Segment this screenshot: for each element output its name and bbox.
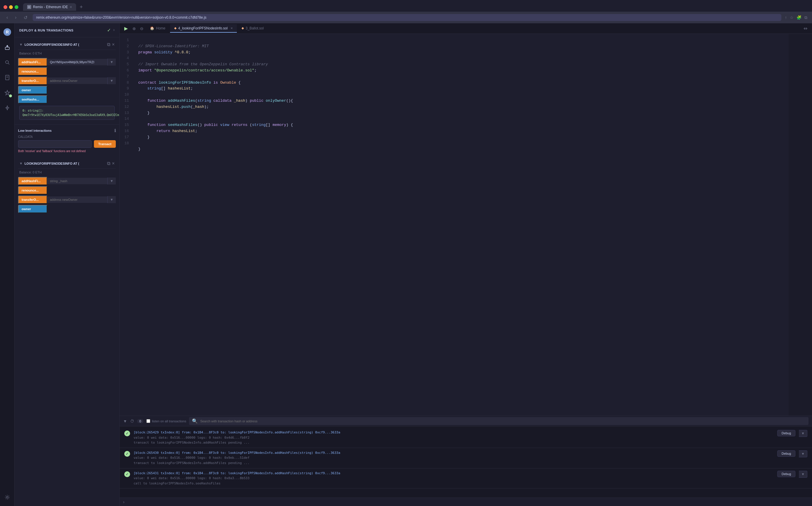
listen-checkbox[interactable] xyxy=(146,419,150,423)
renounce-label-1[interactable]: renounce... xyxy=(18,67,47,76)
copy-icon-1[interactable]: ⧉ xyxy=(107,42,110,47)
forward-button[interactable]: › xyxy=(13,14,18,21)
sidebar-item-files[interactable] xyxy=(2,72,12,83)
tab-home[interactable]: 🏠 Home xyxy=(146,24,169,33)
entry-main-3: [block:265431 txIndex:0] from: 0x1B4...8… xyxy=(134,471,774,476)
low-level-title-text: Low level interactions xyxy=(18,129,52,132)
deploy-header-icons: ✓ › xyxy=(107,27,115,33)
contract-section-1: ▼ LOOKINGFORIPFSNODESINFO AT ( ⧉ × Balan… xyxy=(15,37,119,124)
svg-point-3 xyxy=(6,61,8,64)
seeHashs-label-1[interactable]: seeHashs... xyxy=(18,95,47,103)
sidebar-item-verify[interactable] xyxy=(2,87,12,98)
transferO-input-2[interactable] xyxy=(47,196,107,203)
remove-icon-1[interactable]: × xyxy=(112,42,115,47)
back-button[interactable]: ‹ xyxy=(5,14,10,21)
owner-label-1[interactable]: owner xyxy=(18,86,47,94)
console-entries: ✓ [block:265429 txIndex:0] from: 0x1B4..… xyxy=(120,426,812,498)
tab-bar: R Remix - Ethereum IDE × + xyxy=(0,0,812,12)
console-entry-3: ✓ [block:265431 txIndex:0] from: 0x1B4..… xyxy=(120,469,812,489)
expand-icon[interactable]: › xyxy=(113,27,115,33)
tab-close-button[interactable]: × xyxy=(70,5,72,9)
transferO-chevron-2[interactable]: ▼ xyxy=(107,196,116,203)
renounce-btn-1: renounce... xyxy=(18,67,116,76)
sidebar-item-settings[interactable] xyxy=(2,492,12,503)
transact-button[interactable]: Transact xyxy=(94,140,116,148)
addHashFi-chevron-1[interactable]: ▼ xyxy=(107,59,116,66)
debug-button-3[interactable]: Debug xyxy=(777,471,795,477)
active-browser-tab[interactable]: R Remix - Ethereum IDE × xyxy=(23,3,76,11)
console-count: 0 xyxy=(137,419,144,423)
tab-active-sol[interactable]: ◆ 4_lookingForIPFSNodesInfo.sol × xyxy=(170,24,237,33)
remove-icon-2[interactable]: × xyxy=(112,161,115,166)
contract-header-1: ▼ LOOKINGFORIPFSNODESINFO AT ( ⧉ × xyxy=(18,39,116,50)
tab-sol-close[interactable]: × xyxy=(230,26,233,30)
deploy-panel: DEPLOY & RUN TRANSACTIONS ✓ › ▼ LOOKINGF… xyxy=(15,23,120,506)
maximize-window-button[interactable] xyxy=(15,5,18,9)
contract-icons-1: ⧉ × xyxy=(107,42,115,47)
bookmark-icon: ☆ xyxy=(790,15,794,20)
transferO-btn-2: transferO... ▼ xyxy=(18,195,116,204)
sidebar-item-deploy[interactable] xyxy=(2,42,12,53)
sidebar-item-logo: R xyxy=(2,27,12,37)
addHashFi-input-2[interactable] xyxy=(47,178,107,184)
console-collapse-icon[interactable]: ▼ xyxy=(123,419,127,424)
addHashFi-input-1[interactable] xyxy=(47,59,107,65)
browser-chrome: R Remix - Ethereum IDE × + ‹ › ↺ ↑ ☆ 🧩 ⧉ xyxy=(0,0,812,23)
owner-btn-2: owner xyxy=(18,205,116,213)
verify-badge xyxy=(9,94,12,97)
minimap xyxy=(789,34,812,416)
transferO-label-1[interactable]: transferO... xyxy=(18,77,47,85)
reload-button[interactable]: ↺ xyxy=(22,14,29,21)
output-text-1: 0: string[]: Qme7r9tw1E7Xy83UToujA1wWNmB… xyxy=(22,109,120,116)
zoom-in-button[interactable]: ⊕ xyxy=(131,25,138,32)
transferO-label-2[interactable]: transferO... xyxy=(18,195,47,204)
code-editor[interactable]: // SPDX-License-Identifier: MIT pragma s… xyxy=(134,34,789,416)
debug-button-2[interactable]: Debug xyxy=(777,450,795,457)
sidebar-item-search[interactable] xyxy=(2,57,12,68)
success-icon-2: ✓ xyxy=(124,451,130,457)
copy-icon-2[interactable]: ⧉ xyxy=(107,161,110,166)
addHashFi-chevron-2[interactable]: ▼ xyxy=(107,177,116,184)
balance-2: Balance: 0 ETH xyxy=(18,169,116,176)
run-button[interactable]: ▶ xyxy=(122,24,130,32)
search-icon: 🔍 xyxy=(192,418,198,424)
owner-label-2[interactable]: owner xyxy=(18,205,47,213)
ballot-file-icon: ◆ xyxy=(241,26,244,30)
editor-expand-icon[interactable]: ⇔ xyxy=(801,24,810,32)
transferO-chevron-1[interactable]: ▼ xyxy=(107,77,116,84)
url-input[interactable] xyxy=(33,14,782,21)
zoom-out-button[interactable]: ⊖ xyxy=(138,25,145,32)
entry-content-1: [block:265429 txIndex:0] from: 0x1B4...8… xyxy=(134,430,774,445)
line-numbers: 123456789101112131415161718 xyxy=(120,34,134,416)
transferO-input-1[interactable] xyxy=(47,78,107,84)
calldata-input[interactable] xyxy=(18,140,92,148)
error-text: Both 'receive' and 'fallback' functions … xyxy=(18,150,116,153)
sol-file-icon: ◆ xyxy=(174,26,176,30)
owner-btn-1: owner xyxy=(18,86,116,94)
addHashFi-label-2[interactable]: addHashFi... xyxy=(18,177,47,185)
sidebar-item-network[interactable] xyxy=(2,103,12,113)
close-window-button[interactable] xyxy=(3,5,7,9)
addHashFi-btn-1: addHashFi... ▼ xyxy=(18,58,116,66)
svg-text:R: R xyxy=(6,30,8,34)
home-icon: 🏠 xyxy=(150,26,154,30)
contract-collapse-1[interactable]: ▼ xyxy=(19,43,23,47)
contract-collapse-2[interactable]: ▼ xyxy=(19,162,23,166)
renounce-label-2[interactable]: renounce... xyxy=(18,186,47,194)
debug-button-1[interactable]: Debug xyxy=(777,430,795,436)
main-layout: R DEPLOY & RUN TRANSACTIONS ✓ xyxy=(0,23,812,506)
entry-sub2-2: transact to lookingForIPFSNodesInfo.addH… xyxy=(134,460,774,466)
new-tab-button[interactable]: + xyxy=(77,4,85,10)
debug-expand-2[interactable]: ▼ xyxy=(799,450,807,457)
minimize-window-button[interactable] xyxy=(9,5,13,9)
addHashFi-btn-2: addHashFi... ▼ xyxy=(18,177,116,185)
low-level-info-icon: ℹ xyxy=(114,128,116,133)
listen-check-label[interactable]: listen on all transactions xyxy=(146,419,186,423)
debug-expand-1[interactable]: ▼ xyxy=(799,430,807,437)
low-level-title: Low level interactions ℹ xyxy=(18,128,116,133)
console-area: ▼ ⏱ 0 listen on all transactions 🔍 ✓ [b xyxy=(120,416,812,506)
addHashFi-label-1[interactable]: addHashFi... xyxy=(18,58,47,66)
debug-expand-3[interactable]: ▼ xyxy=(799,471,807,478)
console-search-input[interactable] xyxy=(200,419,806,423)
tab-ballot[interactable]: ◆ 3_Ballot.sol xyxy=(237,24,268,33)
